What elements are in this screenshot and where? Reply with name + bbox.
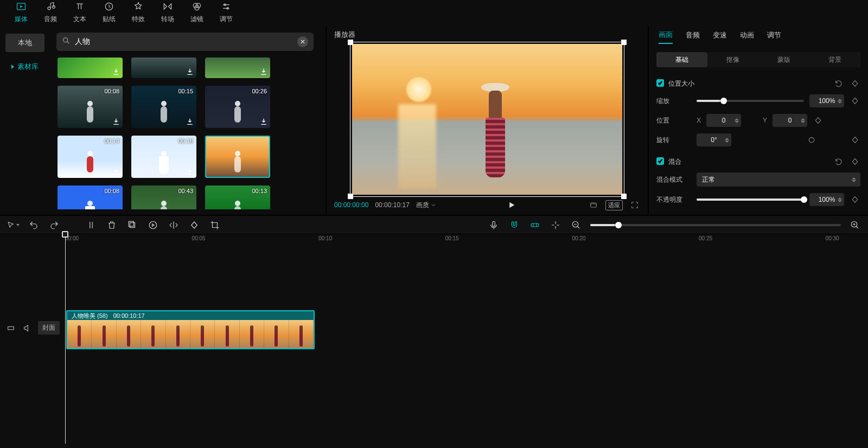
sidebar-item-local[interactable]: 本地	[5, 34, 44, 52]
snap-button[interactable]	[549, 219, 562, 232]
player-stage[interactable]	[327, 43, 648, 195]
rotate-dial-icon[interactable]	[806, 135, 817, 145]
asset-thumb[interactable]: 00:26	[205, 86, 270, 128]
speed-tool[interactable]	[146, 219, 159, 232]
download-icon[interactable]	[259, 67, 268, 76]
transition-icon	[162, 1, 174, 12]
opacity-slider[interactable]	[697, 199, 804, 201]
fit-button[interactable]: 适应	[605, 200, 623, 210]
pos-x-value[interactable]: 0	[706, 114, 741, 127]
download-icon[interactable]	[112, 117, 120, 126]
asset-thumb[interactable]: 00:18	[131, 136, 196, 178]
undo-button[interactable]	[27, 219, 40, 232]
subtab-stencil[interactable]: 蒙版	[758, 52, 809, 67]
search-input[interactable]	[75, 37, 297, 46]
asset-thumb[interactable]: 00:08	[58, 86, 123, 128]
timeline-clip[interactable]: 人物唯美 (58) 00:00:10:17	[66, 310, 315, 349]
tab-sticker[interactable]: 贴纸	[94, 1, 124, 26]
canvas[interactable]	[352, 44, 622, 195]
play-button[interactable]	[442, 200, 582, 210]
scale-value[interactable]: 100%	[809, 94, 844, 107]
asset-thumb[interactable]: 00:43	[131, 185, 196, 209]
zoom-out-button[interactable]	[570, 219, 583, 232]
keyframe-icon[interactable]	[850, 78, 860, 89]
redo-button[interactable]	[48, 219, 61, 232]
svg-rect-12	[130, 222, 135, 227]
tab-filter[interactable]: 滤镜	[182, 1, 212, 26]
asset-thumb[interactable]	[205, 57, 270, 78]
track-collapse-icon[interactable]	[5, 323, 16, 334]
tab-transition[interactable]: 转场	[153, 1, 182, 26]
magnet-track-button[interactable]	[528, 219, 541, 232]
tab-audio[interactable]: 音频	[36, 1, 65, 26]
reset-icon[interactable]	[833, 156, 844, 167]
inspector-tab-anim[interactable]: 动画	[740, 30, 754, 43]
zoom-in-button[interactable]	[848, 219, 861, 232]
asset-thumb[interactable]: 00:08	[58, 185, 123, 209]
subtab-basic[interactable]: 基础	[656, 52, 707, 67]
download-icon[interactable]	[186, 117, 194, 126]
selection-frame[interactable]	[350, 42, 624, 197]
split-tool[interactable]	[85, 219, 98, 232]
inspector-tab-picture[interactable]: 画面	[659, 30, 673, 44]
scope-icon[interactable]	[588, 200, 599, 210]
inspector-tab-speed[interactable]: 变速	[713, 30, 727, 43]
keyframe-icon[interactable]	[813, 115, 824, 126]
zoom-slider[interactable]	[590, 224, 841, 226]
asset-thumb[interactable]	[58, 57, 123, 78]
keyframe-icon[interactable]	[850, 95, 860, 106]
inspector-tab-audio[interactable]: 音频	[686, 30, 700, 43]
subtab-bg[interactable]: 背景	[809, 52, 860, 67]
asset-thumb[interactable]	[131, 57, 196, 78]
quality-select[interactable]: 画质	[416, 201, 436, 210]
scale-slider[interactable]	[697, 100, 804, 102]
track-mute-icon[interactable]	[22, 323, 33, 334]
reset-icon[interactable]	[833, 78, 844, 89]
download-icon[interactable]	[259, 117, 268, 126]
checkbox-icon[interactable]	[656, 157, 664, 165]
subtab-mask[interactable]: 抠像	[707, 52, 758, 67]
download-icon[interactable]	[112, 67, 120, 76]
rotate-value[interactable]: 0°	[697, 133, 731, 146]
asset-thumb[interactable]: 00:15	[131, 86, 196, 128]
search-clear-button[interactable]: ✕	[297, 36, 308, 47]
keyframe-icon[interactable]	[850, 194, 860, 205]
scale-label: 缩放	[656, 97, 691, 106]
asset-thumb-selected[interactable]	[205, 136, 270, 178]
asset-duration: 00:26	[252, 88, 267, 94]
download-icon[interactable]	[186, 67, 194, 76]
sidebar-item-library[interactable]: 素材库	[5, 57, 44, 76]
fullscreen-icon[interactable]	[629, 200, 640, 210]
tab-text[interactable]: 文本	[65, 1, 94, 26]
pos-y-value[interactable]: 0	[773, 114, 807, 127]
time-ruler[interactable]: 00:00 00:05 00:10 00:15 00:20 00:25 00:3…	[65, 234, 857, 245]
inspector-tab-adjust[interactable]: 调节	[767, 30, 781, 43]
crop-tool[interactable]	[126, 219, 139, 232]
download-icon[interactable]	[186, 167, 194, 176]
tab-media[interactable]: 媒体	[7, 1, 36, 26]
mic-button[interactable]	[487, 219, 500, 232]
tab-effect[interactable]: 特效	[124, 1, 153, 26]
mirror-tool[interactable]	[167, 219, 180, 232]
search-field[interactable]: ✕	[56, 33, 314, 51]
keyframe-icon[interactable]	[850, 135, 860, 145]
asset-thumb[interactable]: 00:13	[205, 185, 270, 209]
blend-mode-select[interactable]: 正常	[697, 172, 860, 187]
timeline-panel[interactable]: 00:00 00:05 00:10 00:15 00:20 00:25 00:3…	[0, 234, 868, 448]
crop2-tool[interactable]	[208, 219, 221, 232]
rotate-tool[interactable]	[188, 219, 201, 232]
cover-button[interactable]: 封面	[38, 321, 60, 335]
download-icon[interactable]	[112, 167, 120, 176]
magnet-main-button[interactable]	[508, 219, 521, 232]
asset-thumb[interactable]: 00:14	[58, 136, 123, 178]
position-label: 位置	[656, 116, 691, 125]
opacity-value[interactable]: 100%	[809, 193, 844, 206]
keyframe-icon[interactable]	[850, 156, 860, 167]
delete-tool[interactable]	[105, 219, 118, 232]
asset-duration: 00:15	[178, 88, 193, 94]
cursor-tool[interactable]	[7, 219, 20, 232]
checkbox-icon[interactable]	[656, 79, 664, 87]
asset-duration: 00:18	[178, 138, 193, 144]
ruler-tick: 00:25	[699, 235, 712, 241]
tab-adjust[interactable]: 调节	[212, 1, 241, 26]
